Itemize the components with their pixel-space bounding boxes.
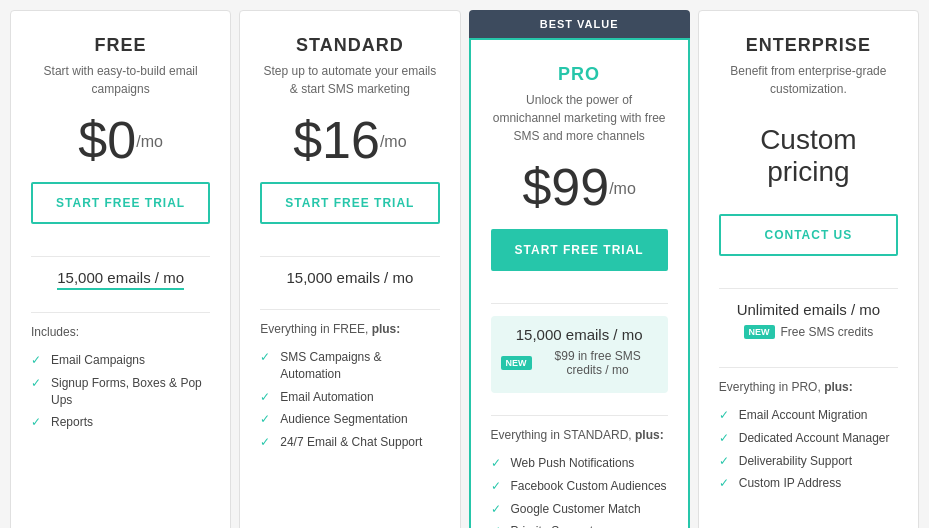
cta-button-enterprise[interactable]: CONTACT US xyxy=(719,214,898,256)
includes-label: Everything in PRO, plus: xyxy=(719,380,898,394)
feature-item: Signup Forms, Boxes & Pop Ups xyxy=(31,372,210,412)
cta-button-standard[interactable]: START FREE TRIAL xyxy=(260,182,439,224)
plan-price: $0/mo xyxy=(31,114,210,166)
emails-section: Unlimited emails / moNEWFree SMS credits xyxy=(719,301,898,345)
feature-item: SMS Campaigns & Automation xyxy=(260,346,439,386)
price-period: /mo xyxy=(609,180,636,197)
plan-name: FREE xyxy=(31,35,210,56)
pricing-container: FREEStart with easy-to-build email campa… xyxy=(10,10,919,528)
sms-credit-text: $99 in free SMS credits / mo xyxy=(538,349,658,377)
best-value-banner: BEST VALUE xyxy=(469,10,690,38)
price-amount: $16 xyxy=(293,111,380,169)
feature-item: Dedicated Account Manager xyxy=(719,427,898,450)
price-period: /mo xyxy=(136,133,163,150)
feature-list: Email CampaignsSignup Forms, Boxes & Pop… xyxy=(31,349,210,434)
sms-badge-row: NEWFree SMS credits xyxy=(719,325,898,339)
feature-list: Web Push NotificationsFacebook Custom Au… xyxy=(491,452,668,528)
feature-item: Google Customer Match xyxy=(491,498,668,521)
emails-per-mo: 15,000 emails / mo xyxy=(57,269,184,290)
plan-name: ENTERPRISE xyxy=(719,35,898,56)
emails-per-mo: 15,000 emails / mo xyxy=(287,269,414,286)
plan-desc: Unlock the power of omnichannel marketin… xyxy=(491,91,668,145)
new-badge: NEW xyxy=(501,356,532,370)
feature-item: Email Automation xyxy=(260,386,439,409)
plan-desc: Step up to automate your emails & start … xyxy=(260,62,439,98)
pro-emails-box: 15,000 emails / moNEW$99 in free SMS cre… xyxy=(491,316,668,393)
plan-desc: Start with easy-to-build email campaigns xyxy=(31,62,210,98)
plan-card-standard: STANDARDStep up to automate your emails … xyxy=(239,10,460,528)
plan-desc: Benefit from enterprise-grade customizat… xyxy=(719,62,898,98)
includes-label: Everything in STANDARD, plus: xyxy=(491,428,668,442)
price-amount: $99 xyxy=(522,158,609,216)
price-amount: $0 xyxy=(78,111,136,169)
plan-card-pro: PROUnlock the power of omnichannel marke… xyxy=(469,38,690,528)
emails-per-mo: 15,000 emails / mo xyxy=(501,326,658,343)
plan-name: PRO xyxy=(491,64,668,85)
emails-section: 15,000 emails / mo xyxy=(260,269,439,287)
plan-price: $16/mo xyxy=(260,114,439,166)
feature-item: Audience Segmentation xyxy=(260,408,439,431)
feature-item: Reports xyxy=(31,411,210,434)
includes-label: Everything in FREE, plus: xyxy=(260,322,439,336)
plan-price: $99/mo xyxy=(491,161,668,213)
feature-item: Email Account Migration xyxy=(719,404,898,427)
plan-name: STANDARD xyxy=(260,35,439,56)
cta-button-free[interactable]: START FREE TRIAL xyxy=(31,182,210,224)
feature-item: Deliverability Support xyxy=(719,450,898,473)
emails-section: 15,000 emails / mo xyxy=(31,269,210,290)
feature-item: 24/7 Email & Chat Support xyxy=(260,431,439,454)
price-period: /mo xyxy=(380,133,407,150)
custom-price: Custom pricing xyxy=(719,114,898,198)
feature-item: Custom IP Address xyxy=(719,472,898,495)
feature-list: Email Account MigrationDedicated Account… xyxy=(719,404,898,495)
feature-item: Web Push Notifications xyxy=(491,452,668,475)
plan-card-free: FREEStart with easy-to-build email campa… xyxy=(10,10,231,528)
includes-label: Includes: xyxy=(31,325,210,339)
feature-item: Email Campaigns xyxy=(31,349,210,372)
cta-button-pro[interactable]: START FREE TRIAL xyxy=(491,229,668,271)
sms-badge-row: NEW$99 in free SMS credits / mo xyxy=(501,349,658,377)
feature-item: Facebook Custom Audiences xyxy=(491,475,668,498)
feature-list: SMS Campaigns & AutomationEmail Automati… xyxy=(260,346,439,454)
feature-item: Priority Support xyxy=(491,520,668,528)
emails-per-mo: Unlimited emails / mo xyxy=(737,301,880,318)
sms-credit-text: Free SMS credits xyxy=(781,325,874,339)
plan-card-enterprise: ENTERPRISEBenefit from enterprise-grade … xyxy=(698,10,919,528)
new-badge: NEW xyxy=(744,325,775,339)
